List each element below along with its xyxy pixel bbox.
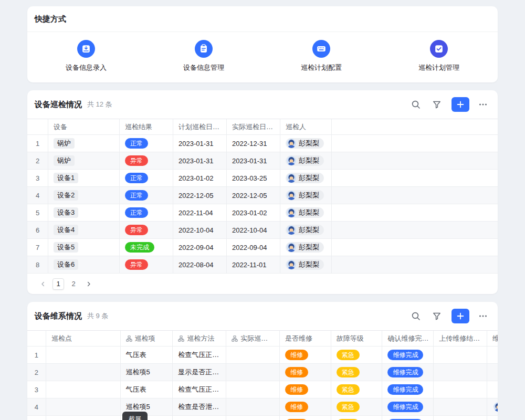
result-cell[interactable]: 未完成 xyxy=(120,239,173,256)
method-cell[interactable]: 检查气压正… xyxy=(173,381,226,398)
inspector-cell[interactable]: 彭梨梨 xyxy=(280,170,332,187)
level-cell[interactable]: 紧急 xyxy=(331,346,383,364)
search-button[interactable] xyxy=(408,97,423,112)
column-header-confirm[interactable]: 确认维修完… xyxy=(382,331,434,346)
column-header-extra[interactable]: 维… xyxy=(487,331,498,346)
column-header-result[interactable]: 巡检结果 xyxy=(120,119,173,135)
result-cell[interactable]: 异常 xyxy=(120,222,173,239)
device-cell[interactable]: 锅炉 xyxy=(48,135,120,152)
table-row[interactable]: 4 设备2 正常 2022-12-05 2022-12-05 彭梨梨 xyxy=(27,187,498,204)
add-record-button[interactable] xyxy=(452,97,469,112)
more-button[interactable] xyxy=(476,309,490,323)
plan-date-cell[interactable]: 2022-12-05 xyxy=(173,187,227,204)
result-cell[interactable]: 正常 xyxy=(120,204,173,222)
plan-date-cell[interactable]: 2022-09-04 xyxy=(173,239,227,256)
extra-cell[interactable] xyxy=(487,364,498,381)
inspector-cell[interactable]: 彭梨梨 xyxy=(280,152,332,170)
page-number-2[interactable]: 2 xyxy=(68,278,79,290)
actual-date-cell[interactable]: 2022-09-04 xyxy=(227,239,280,256)
column-header-level[interactable]: 故障等级 xyxy=(331,331,383,346)
device-cell[interactable]: 设备2 xyxy=(48,187,120,204)
table-row[interactable]: 7 设备5 未完成 2022-09-04 2022-09-04 彭梨梨 xyxy=(27,239,498,256)
inspector-cell[interactable]: 彭梨梨 xyxy=(280,204,332,222)
actual-date-cell[interactable]: 2023-03-25 xyxy=(227,170,280,187)
actual-date-cell[interactable]: 2022-10-04 xyxy=(227,222,280,239)
device-cell[interactable]: 设备3 xyxy=(48,204,120,222)
item-cell[interactable]: 巡检项5 xyxy=(121,364,173,381)
column-header-actual[interactable]: 实际巡… xyxy=(226,331,280,346)
level-cell[interactable]: 紧急 xyxy=(331,416,383,420)
plan-date-cell[interactable]: 2023-01-02 xyxy=(173,170,227,187)
method-cell[interactable]: 显示是否正… xyxy=(173,416,226,420)
actual-date-cell[interactable]: 2023-01-02 xyxy=(227,204,280,222)
repair-cell[interactable]: 维修 xyxy=(280,381,331,398)
page-number-1[interactable]: 1 xyxy=(52,278,64,290)
table-row[interactable]: 4 巡检项5 检查是否泄… 维修 紧急 维修完成 xyxy=(27,398,498,416)
shortcut-device-manage[interactable]: 设备信息管理 xyxy=(145,40,262,72)
device-cell[interactable]: 锅炉 xyxy=(48,152,120,170)
confirm-cell[interactable]: 维修完成 xyxy=(382,381,434,398)
method-cell[interactable]: 检查是否泄… xyxy=(173,398,226,416)
table-row[interactable]: 3 气压表 检查气压正… 维修 紧急 维修完成 xyxy=(27,381,498,398)
table-row[interactable]: 2 锅炉 异常 2023-01-31 2023-01-31 彭梨梨 xyxy=(27,152,498,170)
confirm-cell[interactable]: 维修完成 xyxy=(382,416,434,420)
shortcut-plan-config[interactable]: 巡检计划配置 xyxy=(262,40,380,72)
device-cell[interactable]: 设备5 xyxy=(48,239,120,256)
actual-date-cell[interactable]: 2022-12-05 xyxy=(227,187,280,204)
column-header-inspector[interactable]: 巡检人 xyxy=(280,119,332,135)
table-row[interactable]: 5 巡检项5 显示是否正… 维修 紧急 维修完成 xyxy=(27,416,498,420)
confirm-cell[interactable]: 维修完成 xyxy=(382,364,434,381)
table-row[interactable]: 2 巡检项5 显示是否正… 维修 紧急 维修完成 xyxy=(27,364,498,381)
repair-cell[interactable]: 维修 xyxy=(280,346,331,364)
column-header-upload[interactable]: 上传维修结… xyxy=(434,331,487,346)
confirm-cell[interactable]: 维修完成 xyxy=(382,346,434,364)
inspector-cell[interactable]: 彭梨梨 xyxy=(280,239,332,256)
item-cell[interactable]: 气压表 xyxy=(121,381,173,398)
actual-cell[interactable] xyxy=(226,416,280,420)
actual-cell[interactable] xyxy=(226,364,280,381)
point-cell[interactable] xyxy=(46,364,121,381)
plan-date-cell[interactable]: 2022-11-04 xyxy=(173,204,227,222)
inspector-cell[interactable]: 彭梨梨 xyxy=(280,222,332,239)
column-header-item[interactable]: 巡检项 xyxy=(121,331,173,346)
search-button[interactable] xyxy=(408,309,423,323)
method-cell[interactable]: 检查气压正… xyxy=(173,346,226,364)
actual-cell[interactable] xyxy=(226,346,280,364)
method-cell[interactable]: 显示是否正… xyxy=(173,364,226,381)
column-header-device[interactable]: 设备 xyxy=(48,119,120,135)
upload-cell[interactable] xyxy=(434,398,487,416)
more-button[interactable] xyxy=(476,97,490,112)
result-cell[interactable]: 正常 xyxy=(120,170,173,187)
device-cell[interactable]: 设备4 xyxy=(48,222,120,239)
result-cell[interactable]: 正常 xyxy=(120,135,173,152)
table-row[interactable]: 3 设备1 正常 2023-01-02 2023-03-25 彭梨梨 xyxy=(27,170,498,187)
page-next-button[interactable] xyxy=(83,278,94,290)
result-cell[interactable]: 正常 xyxy=(120,187,173,204)
point-cell[interactable] xyxy=(46,381,121,398)
actual-date-cell[interactable]: 2023-01-31 xyxy=(227,152,280,170)
shortcut-plan-manage[interactable]: 巡检计划管理 xyxy=(380,40,498,72)
plan-date-cell[interactable]: 2022-08-04 xyxy=(173,256,227,274)
column-header-actual-date[interactable]: 实际巡检日… xyxy=(227,119,280,135)
confirm-cell[interactable]: 维修完成 xyxy=(382,398,434,416)
level-cell[interactable]: 紧急 xyxy=(331,364,383,381)
actual-date-cell[interactable]: 2022-11-01 xyxy=(227,256,280,274)
extra-cell[interactable] xyxy=(487,381,498,398)
item-cell[interactable]: 气压表 xyxy=(121,346,173,364)
point-cell[interactable] xyxy=(46,346,121,364)
actual-date-cell[interactable]: 2022-12-31 xyxy=(227,135,280,152)
repair-cell[interactable]: 维修 xyxy=(280,364,331,381)
upload-cell[interactable] xyxy=(434,381,487,398)
column-header-point[interactable]: 巡检点 xyxy=(46,331,121,346)
upload-cell[interactable] xyxy=(434,364,487,381)
inspector-cell[interactable]: 彭梨梨 xyxy=(280,256,332,274)
table-row[interactable]: 8 设备6 异常 2022-08-04 2022-11-01 彭梨梨 xyxy=(27,256,498,274)
actual-cell[interactable] xyxy=(226,398,280,416)
repair-cell[interactable]: 维修 xyxy=(280,416,331,420)
plan-date-cell[interactable]: 2023-01-31 xyxy=(173,152,227,170)
actual-cell[interactable] xyxy=(226,381,280,398)
extra-cell[interactable] xyxy=(487,346,498,364)
upload-cell[interactable] xyxy=(434,416,487,420)
shortcut-device-entry[interactable]: 设备信息录入 xyxy=(27,40,145,72)
plan-date-cell[interactable]: 2022-10-04 xyxy=(173,222,227,239)
